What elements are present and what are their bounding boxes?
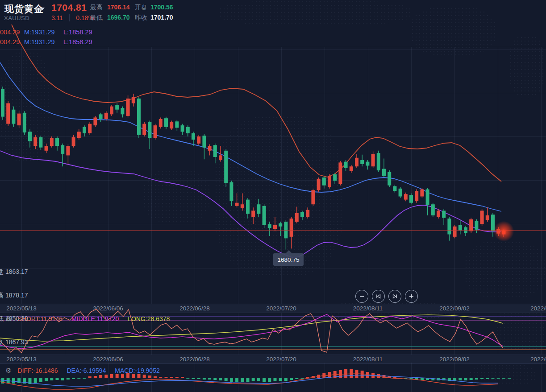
candle-body [420, 190, 424, 197]
band-mid-value: M:1931.29 [24, 38, 55, 45]
chart-controls [355, 290, 418, 303]
macd-histogram-bar [208, 378, 211, 380]
macd-histogram-bar [470, 378, 473, 380]
macd-histogram-bar [492, 378, 495, 379]
skip-next-icon [392, 293, 398, 299]
macd-histogram-bar [154, 376, 157, 378]
ohlc-close: 盘 1867.93 [0, 338, 28, 347]
stat-value-high: 1706.14 [107, 4, 130, 11]
candle-body [317, 179, 321, 190]
band-middle-line [0, 62, 501, 211]
step-forward-button[interactable] [388, 290, 401, 303]
candle-body [404, 194, 408, 199]
macd-histogram-bar [502, 378, 505, 379]
candle-body [66, 146, 70, 155]
stat-label-low: 最低 [90, 14, 103, 22]
macd-histogram-bar [344, 369, 347, 378]
candle-body [399, 189, 402, 197]
macd-histogram-bar [464, 378, 467, 380]
candle-body [241, 204, 244, 208]
macd-histogram-bar [480, 378, 483, 379]
macd-histogram-bar [192, 378, 195, 379]
low-price-tooltip: 1680.75 [273, 253, 304, 266]
band-legend-row: 004.29 M:1931.29 L:1858.29 [0, 38, 20, 45]
candle-body [159, 119, 163, 127]
candle-body [480, 210, 484, 224]
candle-body [496, 229, 500, 234]
candle-body [213, 145, 217, 157]
gear-icon[interactable]: ⚙ [5, 315, 11, 322]
zoom-out-button[interactable] [355, 290, 368, 303]
macd-histogram-bar [295, 378, 298, 379]
candle-body [377, 153, 380, 170]
macd-histogram-bar [393, 377, 396, 378]
candle-body [263, 206, 266, 225]
candle-body [121, 108, 124, 114]
candle-body [72, 137, 75, 146]
candle-body [45, 146, 48, 151]
candle-body [257, 204, 260, 214]
candle-body [475, 221, 478, 229]
candle-body [360, 160, 364, 164]
candle-body [224, 151, 228, 183]
candle-body [246, 200, 250, 214]
stat-label-open: 开盘 [135, 4, 147, 12]
macd-histogram-bar [197, 378, 200, 379]
candle-body [393, 186, 396, 191]
candle-body [175, 121, 179, 128]
candlestick-chart[interactable] [0, 0, 546, 392]
macd-histogram-bar [186, 378, 189, 379]
macd-histogram-bar [235, 378, 238, 382]
macd-histogram-bar [165, 377, 168, 378]
oscillator-long-value: LONG:28.6378 [128, 315, 170, 322]
candle-body [23, 113, 26, 132]
macd-histogram-bar [203, 378, 206, 380]
macd-histogram-bar [67, 378, 70, 380]
macd-histogram-bar [458, 378, 462, 380]
oscillator-header: ⚙ SHORT:11.9146 MIDDLE:11.9720 LONG:28.6… [5, 315, 170, 323]
gear-icon[interactable]: ⚙ [5, 367, 11, 374]
macd-histogram-bar [497, 378, 500, 379]
last-price: 1704.81 [51, 2, 87, 13]
macd-histogram-bar [246, 378, 250, 382]
candle-body [366, 162, 369, 166]
candle-body [77, 132, 81, 138]
macd-histogram-bar [148, 375, 151, 378]
candle-body [355, 158, 358, 166]
candle-body [322, 177, 326, 186]
macd-histogram-bar [45, 378, 48, 381]
band-high-value: 004.29 [0, 38, 20, 45]
macd-histogram-bar [77, 378, 80, 379]
candle-body [39, 137, 42, 148]
instrument-title[interactable]: 现货黄金 [4, 3, 44, 15]
chevron-down-icon[interactable] [40, 8, 45, 10]
candle-body [28, 132, 32, 141]
macd-histogram-bar [268, 378, 271, 382]
candle-body [415, 191, 418, 201]
candle-body [235, 203, 239, 206]
band-mid-value: M:1931.29 [24, 29, 55, 36]
zoom-in-button[interactable] [405, 290, 418, 303]
macd-dea-value: DEA:-6.19594 [67, 367, 106, 374]
minus-icon [359, 293, 365, 299]
candle-body [219, 155, 222, 160]
candle-body [486, 215, 489, 220]
candle-body [458, 225, 462, 230]
candle-body [251, 210, 255, 217]
candle-body [55, 138, 59, 146]
tooltip-arrow [286, 250, 292, 253]
candle-body [464, 227, 467, 233]
candle-body [453, 227, 457, 237]
candle-body [300, 212, 304, 217]
candle-body [202, 136, 206, 148]
candle-body [447, 219, 451, 234]
candle-body [110, 107, 113, 115]
step-backward-button[interactable] [372, 290, 385, 303]
macd-histogram-bar [138, 374, 141, 378]
candle-body [388, 172, 391, 186]
candle-body [333, 174, 337, 181]
macd-diff-value: DIFF:-16.1486 [17, 367, 58, 374]
macd-header: ⚙ DIFF:-16.1486 DEA:-6.19594 MACD:-19.90… [5, 367, 160, 375]
candle-body [50, 138, 54, 146]
ohlc-open: 盘 1863.17 [0, 268, 28, 276]
